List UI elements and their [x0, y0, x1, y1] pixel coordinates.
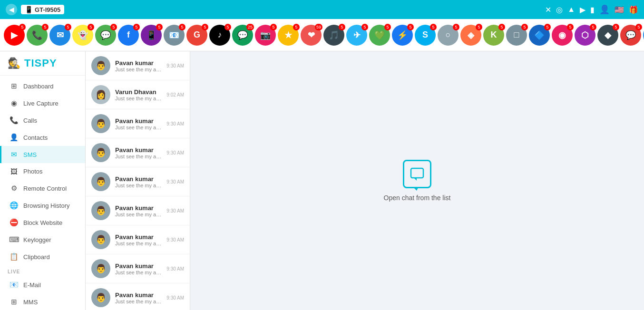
nav-icon-remote-control: ⚙: [9, 184, 19, 193]
gift-icon: 🎁: [629, 5, 638, 14]
sidebar-item-remote-control[interactable]: ⚙Remote Control: [0, 180, 85, 197]
chat-preview: Just see the my admin!: [115, 183, 162, 188]
nav-label-mms: MMS: [23, 299, 38, 306]
svg-marker-1: [414, 178, 417, 181]
app-badge-email: 5: [65, 24, 71, 30]
chat-preview: Just see the my admin!: [115, 154, 162, 159]
sidebar-item-calls[interactable]: 📞Calls: [0, 112, 85, 129]
app-badge-whatsapp: 5: [110, 24, 117, 30]
sidebar-item-photos[interactable]: 🖼Photos: [0, 163, 85, 180]
app-icon-hangouts[interactable]: 💬25: [232, 25, 253, 46]
app-icon-unknown7[interactable]: ◆5: [597, 25, 618, 46]
app-badge-instagram: 5: [270, 24, 277, 30]
chat-info: Pavan kumarJust see the my admin!: [115, 262, 162, 275]
chat-name: Pavan kumar: [115, 233, 162, 241]
app-icon-unknown5[interactable]: ◉5: [552, 25, 573, 46]
chat-info: Pavan kumarJust see the my admin!: [115, 291, 162, 304]
app-icon-unknown3[interactable]: □5: [506, 25, 527, 46]
app-icon-snapchat[interactable]: 👻5: [72, 25, 93, 46]
chat-main: Open chat from the list: [190, 51, 644, 310]
app-icon-google2[interactable]: ★5: [278, 25, 299, 46]
chat-placeholder-text: Open chat from the list: [384, 194, 451, 202]
app-icon-unknown2[interactable]: ◈5: [460, 25, 481, 46]
app-badge-google: 5: [202, 24, 208, 30]
nav-icon-clipboard: 📋: [9, 252, 19, 261]
chat-avatar: 👨: [91, 288, 110, 307]
nav-label-live-capture: Live Capture: [23, 100, 59, 107]
chat-list-item[interactable]: 👨Pavan kumarJust see the my admin!9:30 A…: [86, 283, 190, 310]
sidebar-item-contacts[interactable]: 👤Contacts: [0, 129, 85, 146]
chat-name: Pavan kumar: [115, 59, 162, 67]
app-icon-tiktok[interactable]: ♪5: [209, 25, 230, 46]
chat-preview: Just see the my admin!: [115, 270, 162, 275]
back-button[interactable]: ◀: [6, 4, 17, 15]
device-badge: 📱 GT-I9505: [21, 5, 64, 14]
nav-label-browsing-history: Browsing History: [23, 202, 70, 209]
chat-avatar: 👨: [91, 230, 110, 249]
app-icon-youtube[interactable]: ▶5: [4, 25, 25, 46]
app-icon-wechat[interactable]: 💚5: [369, 25, 390, 46]
sidebar-item-keylogger[interactable]: ⌨Keylogger: [0, 231, 85, 248]
app-icon-messenger[interactable]: ⚡5: [392, 25, 413, 46]
sidebar-item-email[interactable]: 📧E-Mail: [0, 276, 85, 293]
svg-rect-0: [411, 168, 423, 178]
app-icon-telegram[interactable]: ✈5: [346, 25, 367, 46]
sidebar-item-dashboard[interactable]: ⊞Dashboard: [0, 78, 85, 95]
sidebar-item-clipboard[interactable]: 📋Clipboard: [0, 248, 85, 265]
sidebar-item-block-website[interactable]: ⛔Block Website: [0, 214, 85, 231]
chat-list-item[interactable]: 👨Pavan kumarJust see the my admin!9:30 A…: [86, 51, 190, 80]
nav-label-block-website: Block Website: [23, 219, 62, 226]
chat-preview: Just see the my admin!: [115, 299, 162, 304]
sidebar-item-sms[interactable]: ✉SMS: [0, 146, 85, 163]
top-bar-right: ✕ ◎ ▲ ▶ ▮ 👤 🇺🇸 🎁: [545, 4, 638, 15]
nav-label-calls: Calls: [23, 117, 37, 124]
app-icon-instagram[interactable]: 📷5: [255, 25, 276, 46]
app-icon-unknown4[interactable]: 🔷5: [529, 25, 550, 46]
chat-avatar: 👨: [91, 259, 110, 278]
logo-icon: 🕵: [8, 57, 20, 69]
app-icon-unknown1[interactable]: ○5: [438, 25, 459, 46]
app-icon-phone[interactable]: 📞5: [27, 25, 48, 46]
app-icon-skype[interactable]: S5: [415, 25, 436, 46]
chat-list-item[interactable]: 👨Pavan kumarJust see the my admin!9:30 A…: [86, 138, 190, 167]
app-icon-badoo[interactable]: ❤59: [301, 25, 322, 46]
top-bar-left: ◀ 📱 GT-I9505: [6, 4, 64, 15]
app-badge-tiktok: 5: [224, 24, 231, 30]
chat-list-item[interactable]: 👨Pavan kumarJust see the my admin!9:30 A…: [86, 109, 190, 138]
sidebar-item-mms[interactable]: ⊞MMS: [0, 293, 85, 310]
app-icon-viber[interactable]: 📱5: [141, 25, 162, 46]
app-badge-phone: 5: [42, 24, 49, 30]
app-icon-whatsapp[interactable]: 💬5: [95, 25, 116, 46]
nav-section-live: LIVE: [0, 265, 85, 276]
chat-time: 9:30 AM: [166, 237, 184, 242]
app-icon-email[interactable]: ✉5: [49, 25, 70, 46]
chat-list-item[interactable]: 👨Pavan kumarJust see the my admin!9:30 A…: [86, 254, 190, 283]
chat-list-item[interactable]: 👨Pavan kumarJust see the my admin!9:30 A…: [86, 196, 190, 225]
nav-icon-calls: 📞: [9, 116, 19, 125]
chat-avatar: 👩: [91, 85, 110, 104]
app-icon-kik[interactable]: K5: [483, 25, 504, 46]
app-icon-unknown6[interactable]: ⬡5: [575, 25, 595, 46]
app-badge-sms: 5: [635, 24, 642, 30]
app-icon-tiktok2[interactable]: 🎵5: [323, 25, 344, 46]
app-badge-unknown5: 5: [567, 24, 574, 30]
nav-icon-dashboard: ⊞: [9, 82, 19, 90]
app-icon-sms[interactable]: 💬5: [620, 25, 641, 46]
nav-icon-browsing-history: 🌐: [9, 201, 19, 210]
chat-avatar: 👨: [91, 172, 110, 191]
app-icon-mail[interactable]: 📧5: [164, 25, 185, 46]
chat-list-item[interactable]: 👨Pavan kumarJust see the my admin!9:30 A…: [86, 167, 190, 196]
chat-list-item[interactable]: 👨Pavan kumarJust see the my admin!9:30 A…: [86, 225, 190, 254]
top-bar: ◀ 📱 GT-I9505 ✕ ◎ ▲ ▶ ▮ 👤 🇺🇸 🎁: [0, 0, 644, 19]
chat-info: Pavan kumarJust see the my admin!: [115, 233, 162, 246]
chat-name: Pavan kumar: [115, 204, 162, 212]
chat-list-item[interactable]: 👩Varun DhavanJust see the my admin!9:02 …: [86, 80, 190, 109]
app-icon-google[interactable]: G5: [186, 25, 207, 46]
sidebar-item-live-capture[interactable]: ◉Live Capture: [0, 95, 85, 112]
app-icon-facebook[interactable]: f5: [118, 25, 139, 46]
nav-items: ⊞Dashboard◉Live Capture📞Calls👤Contacts✉S…: [0, 76, 85, 310]
sidebar-item-browsing-history[interactable]: 🌐Browsing History: [0, 197, 85, 214]
nav-icon-keylogger: ⌨: [9, 235, 19, 244]
battery-icon: ▮: [590, 5, 595, 14]
app-badge-snapchat: 5: [88, 24, 94, 30]
